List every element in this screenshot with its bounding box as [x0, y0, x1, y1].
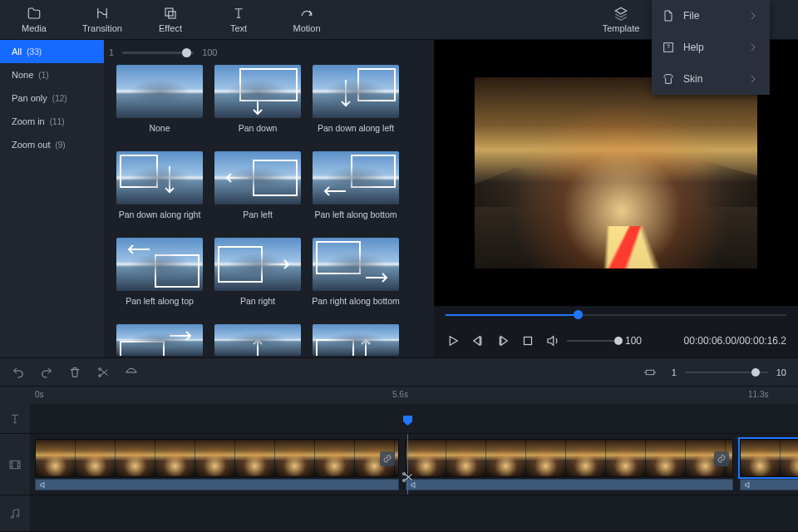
timecode: 00:00:06.00/00:00:16.2 — [684, 335, 786, 347]
motion-tile[interactable]: Pan right — [210, 238, 305, 321]
motion-tile[interactable] — [308, 324, 403, 356]
volume-slider[interactable] — [567, 340, 618, 342]
crop-button[interactable] — [125, 366, 138, 379]
timeline-ruler[interactable]: 0s 5.6s 11.3s — [0, 386, 798, 404]
menu-help-label: Help — [683, 42, 738, 53]
text-lane[interactable] — [30, 404, 798, 434]
svg-point-8 — [11, 515, 13, 518]
motion-tile[interactable]: Pan left — [210, 151, 305, 234]
svg-rect-6 — [646, 370, 653, 374]
clip-link-icon — [714, 451, 729, 466]
motion-tile-label: None — [149, 123, 170, 133]
svg-rect-0 — [165, 8, 173, 16]
menu-file[interactable]: File — [652, 0, 770, 32]
audio-track-icon[interactable] — [0, 495, 30, 532]
motion-grid-panel: 1 100 NonePan downPan down along leftPan… — [104, 40, 434, 357]
media-tab[interactable]: Media — [0, 0, 68, 40]
speaker-icon — [744, 480, 753, 490]
motion-tile[interactable]: Pan right along bottom — [308, 238, 403, 321]
timeline-toolbar: 1 10 — [0, 357, 798, 386]
preview-scrubber[interactable] — [434, 306, 798, 324]
split-button[interactable] — [96, 366, 110, 379]
ruler-mark: 11.3s — [748, 390, 768, 399]
chevron-right-icon — [746, 9, 760, 22]
motion-tile-label: Pan left along bottom — [314, 209, 397, 219]
music-lane[interactable] — [30, 495, 798, 532]
play-button[interactable] — [446, 333, 461, 348]
track-gutter — [0, 404, 30, 532]
menu-help[interactable]: Help — [652, 32, 770, 63]
stop-button[interactable] — [520, 333, 535, 348]
motion-tab[interactable]: Motion — [273, 0, 341, 40]
svg-point-5 — [99, 374, 101, 377]
motion-thumb — [313, 151, 399, 204]
motion-tile[interactable]: Pan down along left — [308, 65, 403, 148]
audio-strip-2[interactable] — [406, 479, 733, 490]
delete-button[interactable] — [68, 366, 81, 379]
motion-thumb — [214, 65, 301, 118]
cat-none[interactable]: None(1) — [0, 63, 104, 86]
motion-tile[interactable]: Pan down along right — [112, 151, 207, 234]
motion-thumb — [214, 151, 301, 204]
motion-thumb — [214, 238, 301, 291]
cat-zoom-out[interactable]: Zoom out(9) — [0, 133, 104, 156]
tl-zoom-min: 1 — [672, 367, 677, 377]
svg-rect-3 — [525, 337, 532, 345]
help-icon — [662, 41, 675, 54]
motion-tile[interactable]: Pan left along top — [112, 238, 207, 321]
motion-tile[interactable] — [210, 324, 305, 356]
video-clip-3[interactable] — [740, 439, 798, 477]
transition-tab[interactable]: Transition — [68, 0, 136, 40]
audio-strip-1[interactable] — [35, 479, 399, 490]
timeline-tracks — [0, 404, 798, 532]
motion-thumb — [313, 324, 399, 356]
motion-tile[interactable]: Pan left along bottom — [308, 151, 403, 234]
volume-icon[interactable] — [545, 333, 560, 348]
svg-rect-1 — [169, 12, 175, 18]
video-track-icon[interactable] — [0, 434, 30, 495]
volume-value: 100 — [625, 335, 642, 347]
motion-tile[interactable]: None — [112, 65, 207, 148]
tl-zoom-slider[interactable] — [685, 372, 768, 373]
svg-rect-7 — [10, 461, 20, 468]
template-tab[interactable]: Template — [587, 0, 655, 40]
text-tab[interactable]: Text — [204, 0, 273, 40]
cat-all[interactable]: All(33) — [0, 40, 104, 63]
effect-tab[interactable]: Effect — [136, 0, 204, 40]
transition-tab-label: Transition — [82, 23, 122, 33]
chevron-right-icon — [746, 72, 760, 86]
menu-file-label: File — [683, 10, 738, 22]
video-clip-1[interactable] — [35, 439, 399, 477]
motion-tile-label: Pan right — [240, 296, 275, 306]
prev-frame-button[interactable] — [470, 333, 485, 348]
media-tab-label: Media — [22, 23, 47, 33]
motion-thumb — [214, 324, 301, 356]
svg-point-11 — [403, 480, 406, 482]
motion-tab-label: Motion — [293, 23, 320, 33]
text-tab-label: Text — [230, 23, 247, 33]
motion-thumb — [116, 151, 203, 204]
template-tab-label: Template — [603, 23, 640, 33]
motion-thumb — [116, 238, 203, 291]
video-clip-2[interactable] — [406, 439, 733, 477]
motion-tile[interactable] — [112, 324, 207, 356]
chevron-right-icon — [746, 41, 760, 54]
redo-button[interactable] — [40, 366, 53, 379]
preview-frame — [475, 77, 757, 268]
next-frame-button[interactable] — [495, 333, 510, 348]
undo-button[interactable] — [12, 366, 25, 379]
svg-point-9 — [17, 515, 19, 517]
text-track-icon[interactable] — [0, 404, 30, 434]
video-lane[interactable] — [30, 434, 798, 495]
motion-thumb — [116, 65, 203, 118]
scissors-icon — [401, 470, 414, 484]
menu-skin[interactable]: Skin — [652, 63, 770, 95]
ruler-mark: 5.6s — [392, 390, 408, 399]
fit-button[interactable] — [643, 366, 657, 379]
cat-pan-only[interactable]: Pan only(12) — [0, 86, 104, 110]
audio-strip-3[interactable] — [740, 479, 798, 490]
cat-zoom-in[interactable]: Zoom in(11) — [0, 110, 104, 133]
playhead[interactable] — [407, 434, 408, 495]
motion-tile[interactable]: Pan down — [210, 65, 305, 148]
grid-zoom-slider[interactable] — [122, 52, 194, 54]
